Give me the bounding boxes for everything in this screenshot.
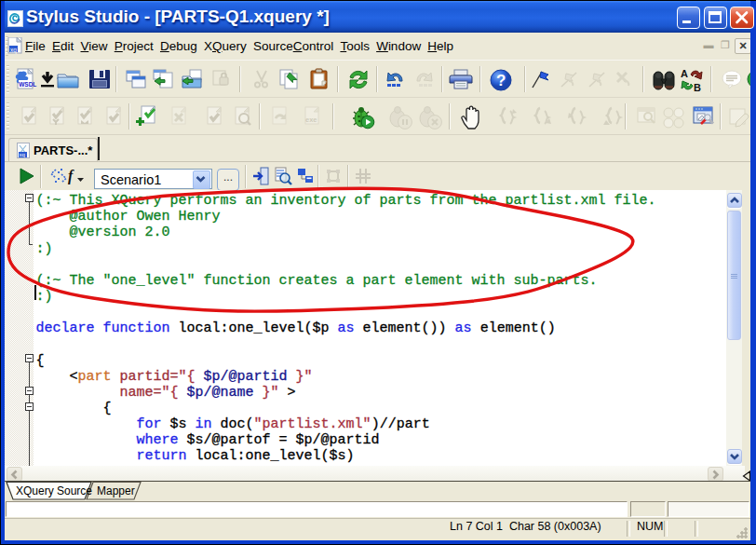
svg-text:xq: xq [20,152,25,157]
svg-text:B: B [694,82,701,92]
svg-text:exe: exe [305,116,317,124]
svg-text:?: ? [496,72,506,89]
svg-text:f: f [68,168,74,184]
svg-text:XQuery Source: XQuery Source [16,484,92,497]
svg-text:WSDL: WSDL [19,81,36,88]
svg-text:A: A [681,68,688,79]
svg-text:xq: xq [10,47,17,54]
svg-text:Mapper: Mapper [97,484,135,497]
